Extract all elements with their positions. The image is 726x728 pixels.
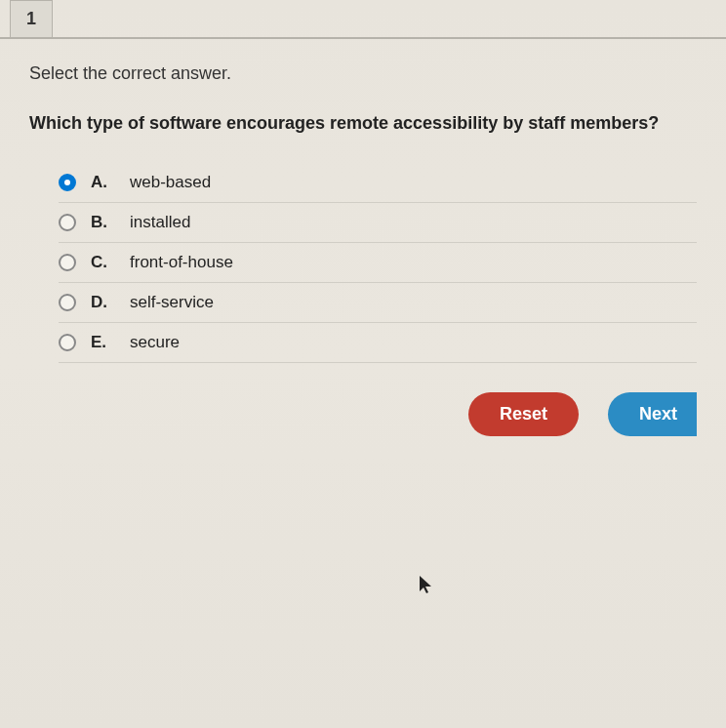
option-letter: B. — [91, 213, 120, 232]
radio-b[interactable] — [59, 214, 76, 231]
button-bar: Reset Next — [29, 363, 697, 436]
option-letter: A. — [91, 173, 120, 192]
next-button[interactable]: Next — [608, 392, 697, 436]
question-number: 1 — [26, 9, 36, 28]
option-text: web-based — [130, 173, 211, 192]
instruction-text: Select the correct answer. — [29, 63, 697, 84]
option-letter: E. — [91, 333, 120, 352]
question-number-tab[interactable]: 1 — [10, 0, 53, 38]
option-row-b[interactable]: B. installed — [59, 203, 697, 243]
option-text: self-service — [130, 293, 214, 312]
question-content: Select the correct answer. Which type of… — [0, 39, 726, 461]
option-row-d[interactable]: D. self-service — [59, 283, 697, 323]
option-text: front-of-house — [130, 253, 233, 272]
cursor-icon — [420, 576, 435, 595]
question-text: Which type of software encourages remote… — [29, 113, 697, 134]
reset-button[interactable]: Reset — [468, 392, 579, 436]
option-row-a[interactable]: A. web-based — [59, 163, 697, 203]
option-text: secure — [130, 333, 180, 352]
option-row-e[interactable]: E. secure — [59, 323, 697, 363]
radio-c[interactable] — [59, 254, 76, 271]
option-letter: D. — [91, 293, 120, 312]
option-text: installed — [130, 213, 190, 232]
options-list: A. web-based B. installed C. front-of-ho… — [59, 163, 697, 363]
radio-e[interactable] — [59, 334, 76, 351]
radio-d[interactable] — [59, 294, 76, 311]
option-row-c[interactable]: C. front-of-house — [59, 243, 697, 283]
option-letter: C. — [91, 253, 120, 272]
radio-a[interactable] — [59, 174, 76, 191]
